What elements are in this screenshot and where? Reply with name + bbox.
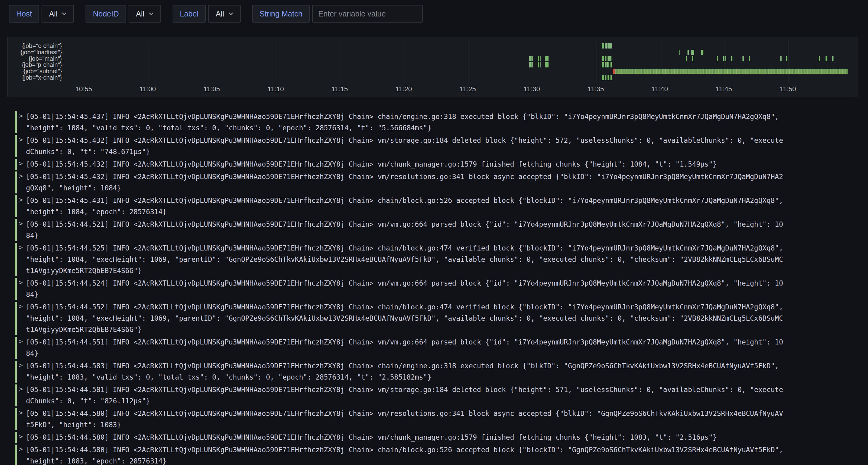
timeline-row [8, 69, 858, 74]
timeline-mark [742, 56, 744, 61]
log-row[interactable]: >[05-01|15:54:45.431] INFO <2AcRkXTLLtQj… [7, 194, 868, 218]
time-axis-tick-label: 11:15 [321, 85, 358, 93]
log-row[interactable]: >[05-01|15:54:45.432] INFO <2AcRkXTLLtQj… [7, 134, 868, 158]
log-line-text: 84} [26, 230, 868, 241]
timeline-mark [780, 56, 781, 61]
timeline-mark [611, 75, 612, 80]
host-variable-select[interactable]: All [41, 5, 74, 23]
variable-host: Host All [9, 5, 74, 23]
timeline-mark [701, 50, 703, 55]
timeline-state-bar [613, 69, 848, 74]
log-line-text: "height": 1084, "valid txs": 0, "total t… [26, 122, 868, 134]
log-row[interactable]: >[05-01|15:54:44.525] INFO <2AcRkXTLLtQj… [7, 242, 868, 277]
label-variable-select[interactable]: All [208, 5, 241, 23]
time-axis-tick-label: 10:55 [65, 85, 102, 93]
expand-row-icon[interactable]: > [19, 445, 26, 453]
timeline-mark [611, 62, 612, 67]
string-match-input[interactable] [312, 5, 423, 23]
expand-row-icon[interactable]: > [19, 362, 26, 369]
variable-nodeid: NodeID All [86, 5, 161, 23]
log-level-info-bar [15, 432, 17, 443]
log-line-text: [05-01|15:54:44.580] INFO <2AcRkXTLLtQjv… [26, 444, 868, 456]
time-axis-tick-label: 11:25 [450, 85, 486, 93]
time-axis-tick-label: 11:40 [641, 85, 678, 93]
log-level-info-bar [15, 444, 17, 465]
timeline-mark [531, 62, 533, 67]
timeline-mark [529, 62, 531, 67]
log-line-text: [05-01|15:54:45.432] INFO <2AcRkXTLLtQjv… [26, 171, 868, 182]
log-level-info-bar [15, 135, 17, 157]
timeline-plot[interactable]: 10:5511:0011:0511:1011:1511:2011:2511:30… [8, 37, 858, 97]
log-line-text: 84} [26, 348, 868, 359]
log-row[interactable]: >[05-01|15:54:44.551] INFO <2AcRkXTLLtQj… [7, 336, 868, 360]
log-level-info-bar [15, 159, 17, 170]
log-list: >[05-01|15:54:45.437] INFO <2AcRkXTLLtQj… [7, 110, 868, 465]
expand-row-icon[interactable]: > [19, 433, 26, 440]
log-row[interactable]: >[05-01|15:54:44.552] INFO <2AcRkXTLLtQj… [7, 301, 868, 336]
time-axis-tick-label: 11:50 [770, 85, 806, 93]
log-row[interactable]: >[05-01|15:54:45.432] INFO <2AcRkXTLLtQj… [7, 158, 868, 171]
timeline-mark [546, 62, 549, 67]
log-line-text: [05-01|15:54:45.432] INFO <2AcRkXTLLtQjv… [26, 135, 868, 146]
log-line-text: [05-01|15:54:44.552] INFO <2AcRkXTLLtQjv… [26, 301, 868, 313]
expand-row-icon[interactable]: > [19, 220, 26, 227]
log-line-text: [05-01|15:54:44.580] INFO <2AcRkXTLLtQjv… [26, 408, 868, 419]
log-line-text: dChunks": 0, "t": "826.112µs"} [26, 395, 868, 407]
log-line-text: "height": 1084, "execHeight": 1069, "par… [26, 254, 868, 265]
string-match-label: String Match [252, 5, 310, 23]
timeline-mark [610, 43, 612, 48]
expand-row-icon[interactable]: > [19, 172, 26, 180]
expand-row-icon[interactable]: > [19, 136, 26, 143]
timeline-mark [602, 62, 604, 67]
timeline-mark [605, 62, 607, 67]
log-row[interactable]: >[05-01|15:54:44.580] INFO <2AcRkXTLLtQj… [7, 407, 868, 431]
log-row[interactable]: >[05-01|15:54:44.521] INFO <2AcRkXTLLtQj… [7, 218, 868, 242]
variables-toolbar: Host All NodeID All Label All String Mat… [9, 5, 434, 23]
log-row[interactable]: >[05-01|15:54:44.583] INFO <2AcRkXTLLtQj… [7, 360, 868, 384]
log-level-info-bar [15, 111, 17, 133]
timeline-mark [723, 56, 724, 61]
log-row[interactable]: >[05-01|15:54:45.432] INFO <2AcRkXTLLtQj… [7, 171, 868, 194]
log-row[interactable]: >[05-01|15:54:44.580] INFO <2AcRkXTLLtQj… [7, 431, 868, 444]
log-line-text: [05-01|15:54:44.524] INFO <2AcRkXTLLtQjv… [26, 278, 868, 289]
timeline-mark [819, 56, 820, 61]
grafana-explore-logs-page: { "toolbar": { "variables": [ { "label":… [0, 0, 868, 465]
variable-label: Label All [173, 5, 241, 23]
timeline-mark [608, 43, 609, 48]
log-line-text: [05-01|15:54:45.431] INFO <2AcRkXTLLtQjv… [26, 195, 868, 206]
timeline-mark [529, 56, 531, 61]
log-line-text: [05-01|15:54:44.581] INFO <2AcRkXTLLtQjv… [26, 384, 868, 395]
expand-row-icon[interactable]: > [19, 160, 26, 167]
expand-row-icon[interactable]: > [19, 338, 26, 345]
timeline-mark [606, 43, 607, 48]
log-row[interactable]: >[05-01|15:54:44.580] INFO <2AcRkXTLLtQj… [7, 444, 868, 465]
log-line-text: [05-01|15:54:45.432] INFO <2AcRkXTLLtQjv… [26, 159, 868, 170]
timeline-mark [607, 75, 608, 80]
expand-row-icon[interactable]: > [19, 303, 26, 310]
log-row[interactable]: >[05-01|15:54:44.524] INFO <2AcRkXTLLtQj… [7, 277, 868, 301]
timeline-mark [540, 62, 540, 67]
nodeid-variable-select[interactable]: All [129, 5, 161, 23]
timeline-row [8, 50, 858, 55]
expand-row-icon[interactable]: > [19, 409, 26, 417]
timeline-mark [605, 56, 606, 61]
time-axis-tick-label: 11:45 [706, 85, 742, 93]
expand-row-icon[interactable]: > [19, 385, 26, 393]
time-axis-tick-label: 11:20 [385, 85, 422, 93]
log-row[interactable]: >[05-01|15:54:44.581] INFO <2AcRkXTLLtQj… [7, 384, 868, 407]
timeline-mark [679, 50, 680, 55]
expand-row-icon[interactable]: > [19, 244, 26, 251]
time-axis-tick-label: 11:30 [514, 85, 550, 93]
log-line-text: [05-01|15:54:44.583] INFO <2AcRkXTLLtQjv… [26, 360, 868, 372]
log-line-text: "height": 1083, "valid txs": 0, "total t… [26, 372, 868, 383]
expand-row-icon[interactable]: > [19, 112, 26, 120]
timeline-mark [749, 56, 750, 61]
log-level-info-bar [15, 278, 17, 300]
timeline-mark [725, 56, 726, 61]
log-line-text: "height": 1084, "epoch": 28576314} [26, 206, 868, 218]
timeline-mark [538, 62, 539, 67]
timeline-mark [610, 75, 611, 80]
log-row[interactable]: >[05-01|15:54:45.437] INFO <2AcRkXTLLtQj… [7, 110, 868, 134]
expand-row-icon[interactable]: > [19, 279, 26, 286]
expand-row-icon[interactable]: > [19, 196, 26, 203]
